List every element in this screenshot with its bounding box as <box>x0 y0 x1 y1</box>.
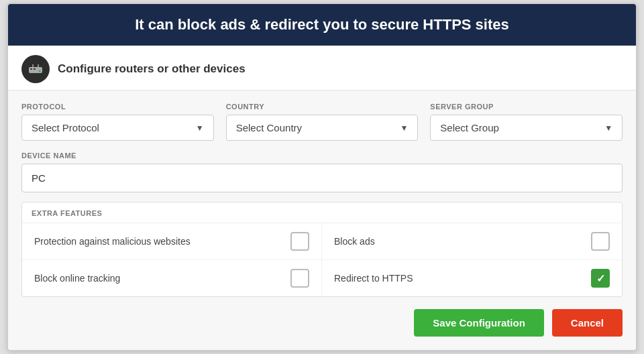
country-placeholder: Select Country <box>236 122 302 133</box>
protocol-arrow-icon: ▼ <box>196 123 204 133</box>
feature-label-block-tracking: Block online tracking <box>34 273 120 284</box>
protocol-select[interactable]: Select Protocol ▼ <box>21 115 214 141</box>
checkbox-redirect-https[interactable]: ✓ <box>591 269 610 288</box>
server-group-label: SERVER GROUP <box>430 103 623 111</box>
feature-row-block-tracking: Block online tracking <box>22 260 322 296</box>
feature-label-redirect-https: Redirect to HTTPS <box>334 273 413 284</box>
banner-text: It can block ads & redirect you to secur… <box>135 16 509 33</box>
save-button[interactable]: Save Configuration <box>414 309 544 337</box>
country-select[interactable]: Select Country ▼ <box>226 115 419 141</box>
svg-point-5 <box>39 70 41 72</box>
country-arrow-icon: ▼ <box>400 123 408 133</box>
server-group-field: SERVER GROUP Select Group ▼ <box>430 103 623 141</box>
svg-rect-1 <box>30 68 32 70</box>
server-group-select[interactable]: Select Group ▼ <box>430 115 623 141</box>
server-group-arrow-icon: ▼ <box>604 123 612 133</box>
features-grid: Protection against malicious websites Bl… <box>22 223 622 296</box>
feature-row-protection: Protection against malicious websites <box>22 223 322 260</box>
device-name-label: DEVICE NAME <box>21 152 623 160</box>
main-card: It can block ads & redirect you to secur… <box>7 3 637 351</box>
protocol-field: PROTOCOL Select Protocol ▼ <box>21 103 214 141</box>
feature-label-protection: Protection against malicious websites <box>34 236 191 247</box>
cancel-button[interactable]: Cancel <box>552 309 623 337</box>
checkbox-protection[interactable] <box>290 232 309 251</box>
country-field: COUNTRY Select Country ▼ <box>226 103 419 141</box>
svg-rect-2 <box>34 68 36 70</box>
header-title: Configure routers or other devices <box>58 62 246 76</box>
server-group-placeholder: Select Group <box>440 122 499 133</box>
extra-features-label: EXTRA FEATURES <box>22 202 622 223</box>
feature-row-block-ads: Block ads <box>322 223 622 260</box>
protocol-placeholder: Select Protocol <box>32 122 99 133</box>
svg-rect-0 <box>29 67 42 73</box>
dropdowns-row: PROTOCOL Select Protocol ▼ COUNTRY Selec… <box>21 103 623 141</box>
feature-row-redirect-https: Redirect to HTTPS ✓ <box>322 260 622 296</box>
device-name-group: DEVICE NAME <box>21 152 623 192</box>
country-label: COUNTRY <box>226 103 419 111</box>
banner: It can block ads & redirect you to secur… <box>8 4 636 46</box>
device-name-input[interactable] <box>21 164 623 192</box>
checkbox-block-ads[interactable] <box>591 232 610 251</box>
checkbox-block-tracking[interactable] <box>290 269 309 288</box>
extra-features-section: EXTRA FEATURES Protection against malici… <box>21 202 623 297</box>
card-header: Configure routers or other devices <box>8 46 636 91</box>
actions-row: Save Configuration Cancel <box>21 309 623 337</box>
protocol-label: PROTOCOL <box>21 103 214 111</box>
router-icon <box>21 55 50 83</box>
feature-label-block-ads: Block ads <box>334 236 375 247</box>
form-body: PROTOCOL Select Protocol ▼ COUNTRY Selec… <box>8 91 636 350</box>
